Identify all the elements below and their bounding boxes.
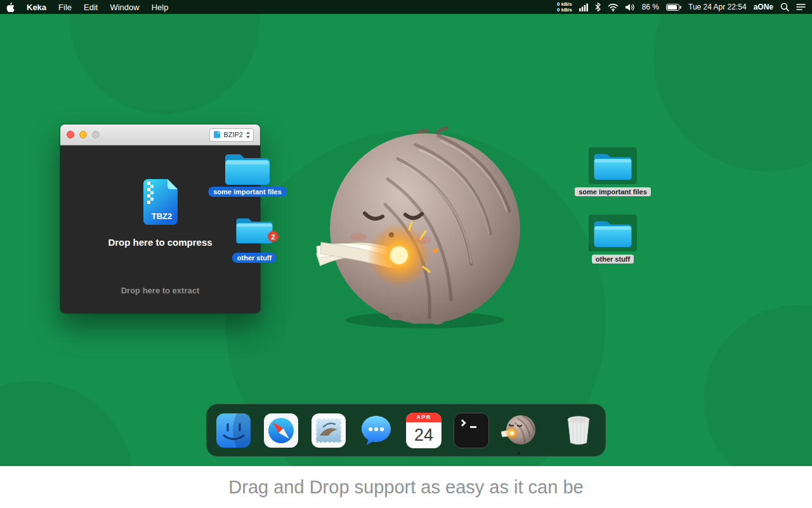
calendar-month: APR — [406, 413, 442, 422]
dock-keka-icon[interactable] — [501, 413, 537, 448]
terminal-prompt-underscore — [470, 426, 476, 428]
folder-icon — [593, 150, 633, 182]
tbz2-file-icon: TBZ2 — [141, 179, 180, 225]
format-dropdown[interactable]: BZIP2 — [209, 128, 254, 142]
caption-text: Drag and Drop support as easy as it can … — [228, 477, 583, 498]
menu-app-name[interactable]: Keka — [27, 3, 46, 12]
window-titlebar[interactable]: BZIP2 — [60, 124, 260, 145]
close-button[interactable] — [67, 131, 74, 138]
network-down-speed: 0 kB/s — [557, 7, 572, 13]
dock-terminal-icon[interactable] — [454, 413, 489, 448]
folder-selection-highlight — [589, 215, 637, 251]
desktop-folder-label: some important files — [575, 187, 651, 196]
menu-file[interactable]: File — [58, 3, 72, 12]
desktop-folder-other-stuff[interactable]: other stuff — [582, 215, 643, 264]
notification-center-icon[interactable] — [796, 3, 806, 11]
desktop-folder-important-files[interactable]: some important files — [582, 147, 643, 196]
menu-edit[interactable]: Edit — [84, 3, 98, 12]
menu-bar: Keka File Edit Window Help 0 kB/s 0 kB/s — [0, 0, 812, 14]
minimize-button[interactable] — [79, 131, 87, 138]
network-up-speed: 0 kB/s — [557, 1, 572, 7]
background-circle — [70, 0, 260, 114]
keka-mascot-illustration — [314, 126, 523, 330]
desktop-folder-label: other stuff — [592, 255, 634, 264]
drop-extract-label: Drop here to extract — [60, 286, 260, 295]
dock: APR 24 — [206, 404, 606, 457]
wifi-icon[interactable] — [608, 3, 619, 11]
running-indicator-dot — [518, 452, 520, 455]
calendar-day: 24 — [406, 422, 442, 448]
battery-percentage: 86 % — [642, 3, 659, 11]
dock-calendar-icon[interactable]: APR 24 — [406, 413, 442, 448]
folder-selection-highlight — [589, 147, 637, 184]
format-dropdown-value: BZIP2 — [223, 131, 243, 138]
battery-icon[interactable] — [666, 4, 681, 11]
dropdown-stepper-icon — [246, 131, 251, 139]
dragged-folder-label: some important files — [208, 187, 287, 197]
item-count-badge: 2 — [268, 231, 278, 242]
desktop: Keka File Edit Window Help 0 kB/s 0 kB/s — [0, 0, 812, 508]
dock-trash-icon[interactable] — [561, 413, 596, 448]
dock-safari-icon[interactable] — [263, 413, 299, 448]
bluetooth-icon[interactable] — [595, 3, 601, 11]
network-speed-text[interactable]: 0 kB/s 0 kB/s — [557, 1, 572, 13]
tbz2-label: TBZ2 — [151, 211, 172, 221]
dock-finder-icon[interactable] — [216, 413, 251, 448]
menu-clock[interactable]: Tue 24 Apr 22:54 — [688, 3, 747, 11]
apple-menu-icon[interactable] — [6, 3, 15, 12]
folder-icon — [593, 217, 633, 249]
volume-icon[interactable] — [625, 3, 635, 11]
menu-help[interactable]: Help — [152, 3, 169, 12]
network-bars-icon[interactable] — [579, 3, 588, 11]
dock-mail-icon[interactable] — [311, 413, 346, 448]
search-icon[interactable] — [780, 3, 789, 11]
dock-messages-icon[interactable] — [358, 413, 394, 448]
dragged-folder-other-stuff[interactable]: 2 — [235, 215, 274, 245]
menu-window[interactable]: Window — [110, 3, 139, 12]
menu-user-name[interactable]: aONe — [754, 3, 773, 11]
zoom-button-disabled — [92, 131, 100, 138]
caption-bar: Drag and Drop support as easy as it can … — [0, 466, 812, 508]
dragged-folder-important-files[interactable] — [223, 150, 272, 187]
background-circle — [653, 0, 812, 171]
terminal-prompt-chevron — [459, 419, 466, 426]
format-file-icon — [213, 131, 221, 138]
traffic-lights — [67, 131, 100, 138]
dragged-folder-label: other stuff — [232, 253, 277, 263]
drop-compress-label: Drop here to compress — [60, 237, 260, 248]
